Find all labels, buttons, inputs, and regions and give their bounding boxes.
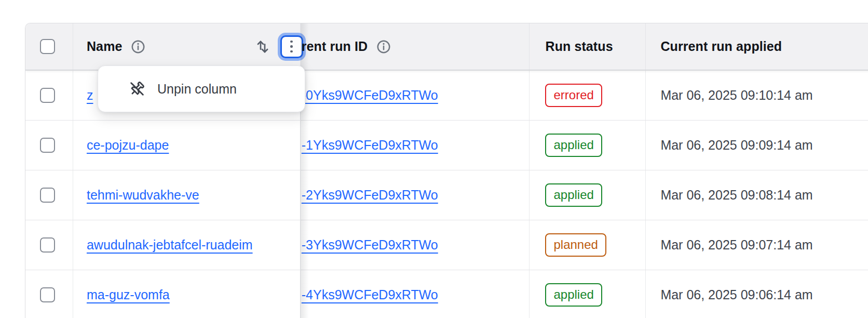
- kebab-dot: [290, 41, 293, 43]
- run-applied-timestamp: Mar 06, 2025 09:09:14 am: [660, 138, 812, 153]
- run-status-badge: applied: [545, 134, 602, 157]
- unpin-icon: [128, 80, 146, 98]
- workspace-name-link[interactable]: tehmi-wudvakhe-ve: [87, 188, 199, 203]
- run-id-link[interactable]: -1Yks9WCFeD9xRTWo: [302, 138, 438, 153]
- workspace-name-link[interactable]: ma-guz-vomfa: [87, 287, 170, 302]
- row-checkbox[interactable]: [40, 188, 55, 203]
- run-applied-timestamp: Mar 06, 2025 09:06:14 am: [660, 287, 812, 302]
- run-id-link[interactable]: -4Yks9WCFeD9xRTWo: [302, 287, 438, 302]
- column-options-button[interactable]: [280, 35, 303, 58]
- workspace-name-link[interactable]: z: [87, 88, 93, 103]
- run-id-header-cell: rent run ID: [301, 23, 530, 70]
- info-icon[interactable]: [376, 39, 391, 55]
- workspace-name-link[interactable]: awudulnak-jebtafcel-ruadeim: [87, 237, 253, 253]
- run-status-column-label: Run status: [545, 39, 613, 54]
- column-options-menu: Unpin column: [98, 65, 305, 112]
- run-applied-timestamp: Mar 06, 2025 09:08:14 am: [660, 188, 812, 203]
- kebab-dot: [290, 50, 293, 53]
- workspaces-table-screen: Name: [0, 0, 868, 318]
- unpin-column-menu-item[interactable]: Unpin column: [128, 80, 237, 98]
- run-status-badge: errored: [545, 84, 602, 107]
- applied-column-label: Current run applied: [660, 39, 782, 54]
- table-row: ma-guz-vomfa -4Yks9WCFeD9xRTWo applied M…: [25, 270, 868, 318]
- run-id-link[interactable]: -2Yks9WCFeD9xRTWo: [302, 188, 438, 203]
- applied-header-cell: Current run applied: [646, 23, 868, 70]
- sort-icon[interactable]: [254, 38, 271, 55]
- run-status-badge: applied: [545, 283, 602, 307]
- run-id-column-label: rent run ID: [302, 39, 368, 54]
- run-id-link[interactable]: -3Yks9WCFeD9xRTWo: [302, 237, 438, 253]
- unpin-column-label: Unpin column: [157, 82, 237, 97]
- row-checkbox[interactable]: [40, 287, 55, 302]
- table-header-row: Name: [25, 23, 868, 70]
- select-all-checkbox[interactable]: [40, 39, 55, 54]
- row-checkbox[interactable]: [40, 88, 55, 103]
- name-header-cell: Name: [73, 23, 301, 70]
- run-status-badge: applied: [545, 183, 602, 207]
- row-checkbox[interactable]: [40, 138, 55, 153]
- select-all-cell: [25, 23, 73, 70]
- run-id-link[interactable]: -0Yks9WCFeD9xRTWo: [302, 88, 438, 103]
- table-row: awudulnak-jebtafcel-ruadeim -3Yks9WCFeD9…: [25, 220, 868, 270]
- run-status-badge: planned: [545, 233, 606, 257]
- workspace-name-link[interactable]: ce-pojzu-dape: [87, 138, 169, 153]
- row-checkbox[interactable]: [40, 237, 55, 253]
- info-icon[interactable]: [130, 39, 146, 55]
- table-row: ce-pojzu-dape -1Yks9WCFeD9xRTWo applied …: [25, 120, 868, 170]
- kebab-dot: [290, 45, 293, 48]
- run-applied-timestamp: Mar 06, 2025 09:10:14 am: [660, 88, 812, 103]
- run-status-header-cell: Run status: [530, 23, 646, 70]
- name-column-label: Name: [87, 39, 123, 54]
- run-applied-timestamp: Mar 06, 2025 09:07:14 am: [660, 237, 812, 253]
- table-row: tehmi-wudvakhe-ve -2Yks9WCFeD9xRTWo appl…: [25, 170, 868, 220]
